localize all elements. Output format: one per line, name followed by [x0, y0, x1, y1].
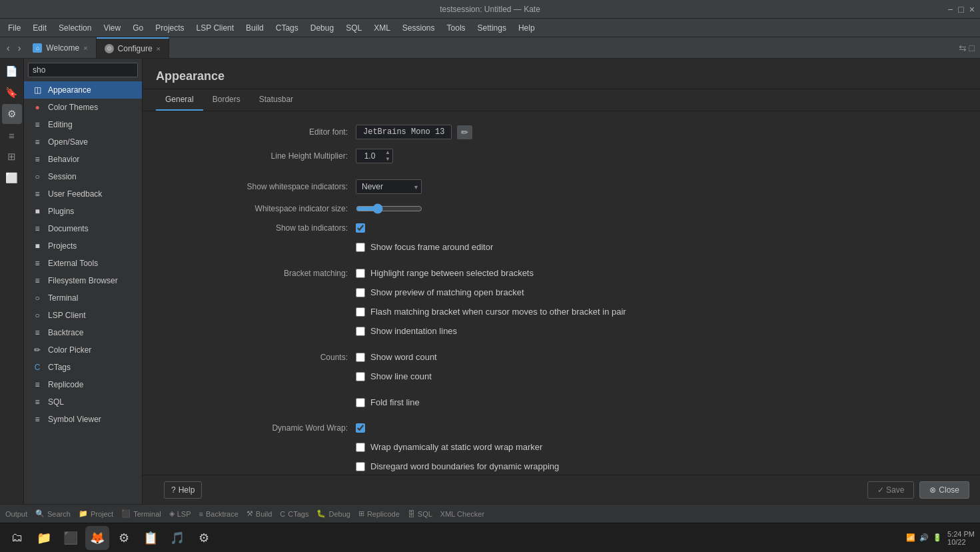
- sidebar-item-external-tools[interactable]: ≡ External Tools: [24, 255, 142, 272]
- bracket-highlight-checkbox[interactable]: [356, 269, 365, 278]
- menu-ctags[interactable]: CTags: [270, 21, 304, 35]
- sidebar-icon-square[interactable]: ⬜: [2, 168, 22, 188]
- menu-edit[interactable]: Edit: [27, 21, 52, 35]
- sidebar-item-color-themes[interactable]: ● Color Themes: [24, 99, 142, 116]
- sidebar-item-editing[interactable]: ≡ Editing: [24, 116, 142, 133]
- bottom-ctags[interactable]: C CTags: [280, 510, 308, 518]
- count-line-checkbox[interactable]: [356, 372, 365, 381]
- taskbar-app-1[interactable]: 📁: [32, 526, 56, 550]
- sidebar-icon-settings[interactable]: ⚙: [2, 104, 22, 124]
- tab-menu-btn[interactable]: □: [969, 43, 975, 53]
- editor-font-edit-btn[interactable]: ✏: [457, 125, 472, 139]
- show-focus-checkbox[interactable]: [356, 243, 365, 252]
- whitespace-size-slider[interactable]: [356, 203, 422, 214]
- sidebar-item-terminal[interactable]: ○ Terminal: [24, 289, 142, 307]
- subtab-borders[interactable]: Borders: [203, 89, 250, 111]
- tab-welcome-close[interactable]: ×: [83, 44, 87, 52]
- sidebar-item-session[interactable]: ○ Session: [24, 168, 142, 185]
- show-tab-checkbox[interactable]: [356, 223, 365, 233]
- search-input[interactable]: [28, 63, 138, 77]
- show-whitespace-select[interactable]: Never Always On Selection: [356, 179, 422, 194]
- sidebar-item-plugins[interactable]: ■ Plugins: [24, 203, 142, 220]
- save-button[interactable]: ✓ Save: [867, 481, 915, 499]
- tab-forward-btn[interactable]: ›: [14, 37, 25, 58]
- maximize-btn[interactable]: □: [958, 4, 963, 15]
- menu-projects[interactable]: Projects: [150, 21, 189, 35]
- bottom-output[interactable]: Output: [5, 510, 27, 518]
- bottom-xml-checker[interactable]: XML Checker: [440, 510, 484, 518]
- menu-settings[interactable]: Settings: [472, 21, 512, 35]
- menu-file[interactable]: File: [3, 21, 26, 35]
- close-btn[interactable]: ×: [969, 4, 975, 15]
- taskbar-app-0[interactable]: 🗂: [5, 526, 29, 550]
- sidebar-item-behavior[interactable]: ≡ Behavior: [24, 151, 142, 168]
- sidebar-item-replicode[interactable]: ≡ Replicode: [24, 376, 142, 393]
- spinbox-down-btn[interactable]: ▼: [383, 156, 392, 163]
- sidebar-item-backtrace[interactable]: ≡ Backtrace: [24, 324, 142, 341]
- sidebar-item-appearance[interactable]: ◫ Appearance: [24, 81, 142, 99]
- tab-configure[interactable]: ⚙ Configure ×: [97, 37, 169, 58]
- tab-add-btn[interactable]: ⇆: [959, 43, 967, 53]
- menu-sql[interactable]: SQL: [340, 21, 367, 35]
- subtab-statusbar[interactable]: Statusbar: [250, 89, 302, 111]
- menu-selection[interactable]: Selection: [53, 21, 97, 35]
- wrap-static-checkbox[interactable]: [356, 443, 365, 452]
- bottom-build[interactable]: ⚒ Build: [246, 509, 272, 518]
- menu-build[interactable]: Build: [241, 21, 269, 35]
- bottom-backtrace[interactable]: ≡ Backtrace: [199, 510, 239, 518]
- menu-tools[interactable]: Tools: [442, 21, 471, 35]
- bracket-flash-checkbox[interactable]: [356, 307, 365, 317]
- window-controls[interactable]: − □ ×: [947, 4, 975, 15]
- bottom-sql[interactable]: 🗄 SQL: [408, 510, 432, 518]
- fold-checkbox[interactable]: [356, 398, 365, 407]
- menu-debug[interactable]: Debug: [305, 21, 339, 35]
- sidebar-item-behavior-label: Behavior: [48, 155, 79, 164]
- menu-view[interactable]: View: [98, 21, 126, 35]
- count-word-checkbox[interactable]: [356, 353, 365, 362]
- bottom-debug[interactable]: 🐛 Debug: [316, 509, 350, 518]
- sidebar-item-filesystem[interactable]: ≡ Filesystem Browser: [24, 272, 142, 289]
- sidebar-item-symbol-viewer[interactable]: ≡ Symbol Viewer: [24, 411, 142, 428]
- taskbar-app-5[interactable]: 📋: [139, 526, 163, 550]
- sidebar-item-lsp-client[interactable]: ○ LSP Client: [24, 307, 142, 324]
- taskbar-app-7[interactable]: ⚙: [192, 526, 216, 550]
- sidebar-item-projects[interactable]: ■ Projects: [24, 237, 142, 255]
- tab-welcome[interactable]: ⌂ Welcome ×: [25, 37, 96, 58]
- subtab-general[interactable]: General: [156, 89, 203, 111]
- taskbar-app-6[interactable]: 🎵: [165, 526, 189, 550]
- sidebar-icon-bookmark[interactable]: 🔖: [2, 83, 22, 103]
- menu-go[interactable]: Go: [127, 21, 149, 35]
- bottom-project[interactable]: 📁 Project: [79, 509, 113, 518]
- dynamic-wrap-checkbox[interactable]: [356, 423, 365, 433]
- taskbar-app-4[interactable]: ⚙: [112, 526, 136, 550]
- bottom-search[interactable]: 🔍 Search: [35, 509, 71, 518]
- menu-help[interactable]: Help: [513, 21, 540, 35]
- menu-sessions[interactable]: Sessions: [397, 21, 440, 35]
- close-button[interactable]: ⊗ Close: [919, 481, 969, 499]
- spinbox-up-btn[interactable]: ▲: [383, 149, 392, 156]
- tab-configure-close[interactable]: ×: [157, 45, 161, 53]
- menu-xml[interactable]: XML: [368, 21, 396, 35]
- sidebar-item-ctags[interactable]: C CTags: [24, 359, 142, 376]
- bottom-lsp[interactable]: ◈ LSP: [169, 509, 191, 518]
- sidebar-item-open-save[interactable]: ≡ Open/Save: [24, 133, 142, 151]
- sidebar-item-sql[interactable]: ≡ SQL: [24, 393, 142, 411]
- help-button[interactable]: ? Help: [164, 481, 202, 499]
- sidebar-icon-list[interactable]: ≡: [2, 125, 22, 145]
- bracket-preview-checkbox[interactable]: [356, 288, 365, 297]
- sidebar-item-documents[interactable]: ≡ Documents: [24, 220, 142, 237]
- taskbar-app-3[interactable]: 🦊: [85, 526, 109, 550]
- line-height-input[interactable]: [356, 149, 383, 163]
- sidebar-icon-grid[interactable]: ⊞: [2, 147, 22, 167]
- taskbar-app-2[interactable]: ⬛: [59, 526, 83, 550]
- menu-lsp[interactable]: LSP Client: [191, 21, 239, 35]
- sidebar-icon-docs[interactable]: 📄: [2, 61, 22, 81]
- wrap-disregard-checkbox[interactable]: [356, 462, 365, 471]
- bottom-terminal[interactable]: ⬛ Terminal: [121, 509, 161, 518]
- bracket-indent-checkbox[interactable]: [356, 327, 365, 336]
- minimize-btn[interactable]: −: [947, 4, 953, 15]
- sidebar-item-color-picker[interactable]: ✏ Color Picker: [24, 341, 142, 359]
- tab-back-btn[interactable]: ‹: [3, 37, 14, 58]
- sidebar-item-user-feedback[interactable]: ≡ User Feedback: [24, 185, 142, 203]
- bottom-replicode[interactable]: ⊞ Replicode: [358, 509, 400, 518]
